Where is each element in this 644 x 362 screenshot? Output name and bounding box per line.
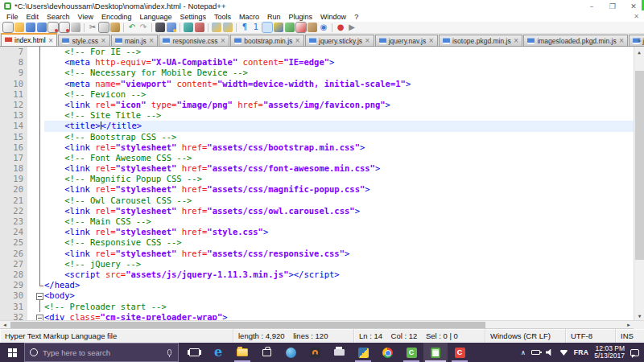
fold-marker-box[interactable] [35, 290, 44, 301]
menu-item-tools[interactable]: Tools [210, 13, 235, 21]
undo-icon[interactable]: ↶ [127, 23, 137, 32]
scroll-up-icon[interactable]: ▲ [634, 47, 644, 56]
horizontal-scroll-thumb[interactable] [10, 322, 485, 328]
taskbar-app-task-view[interactable] [182, 343, 206, 362]
taskbar-app-python[interactable] [351, 343, 375, 362]
cut-icon[interactable]: ✂ [88, 23, 97, 32]
save-icon[interactable] [26, 23, 35, 32]
save-all-icon[interactable] [37, 23, 47, 32]
taskbar-clock[interactable]: 12:03 PM 5/13/2017 [594, 345, 625, 360]
replace-icon[interactable] [167, 23, 176, 32]
doc-switcher-icon[interactable] [296, 23, 306, 32]
menu-item-settings[interactable]: Settings [176, 13, 211, 21]
fold-marker-corner[interactable] [35, 280, 44, 290]
tab-isotope.pkgd.min.js[interactable]: isotope.pkgd.min.js× [439, 35, 522, 46]
fold-marker-line[interactable] [35, 163, 44, 174]
menu-item-encoding[interactable]: Encoding [97, 13, 136, 21]
folder-as-workspace-icon[interactable] [308, 23, 317, 32]
doc-map-icon[interactable] [274, 23, 283, 32]
fold-marker-line[interactable] [35, 68, 44, 78]
close-all-docs-icon[interactable] [60, 23, 69, 32]
fold-marker-line[interactable] [35, 206, 44, 216]
fold-marker-line[interactable] [35, 259, 44, 269]
microphone-icon[interactable] [167, 349, 171, 356]
tab-style.css[interactable]: style.css× [58, 35, 109, 46]
tab-bootstrap.min.js[interactable]: bootstrap.min.js× [230, 35, 304, 46]
volume-icon[interactable] [546, 349, 554, 356]
menu-item-macro[interactable]: Macro [235, 13, 263, 21]
tab-jquery.nav.js[interactable]: jquery.nav.js× [375, 35, 438, 46]
maximize-button[interactable]: ❐ [602, 0, 623, 12]
fold-marker-line[interactable] [35, 121, 44, 131]
tab-responsive.css[interactable]: responsive.css× [159, 35, 229, 46]
bookmark-margin[interactable] [27, 47, 35, 320]
paste-icon[interactable] [110, 23, 120, 32]
indent-guide-icon[interactable]: 1 [251, 23, 261, 32]
redo-icon[interactable]: ↷ [138, 23, 148, 32]
tab-close-icon[interactable]: × [619, 37, 625, 44]
taskbar-app-chrome[interactable] [375, 343, 399, 362]
menu-item-file[interactable]: File [2, 13, 23, 21]
horizontal-scrollbar[interactable]: ◄ ► [0, 320, 644, 328]
fold-marker-line[interactable] [35, 79, 44, 89]
close-doc-icon[interactable] [48, 23, 58, 32]
wifi-icon[interactable] [559, 349, 568, 356]
tab-close-icon[interactable]: × [365, 37, 370, 44]
menu-item-search[interactable]: Search [43, 13, 74, 21]
fold-marker-box[interactable] [35, 312, 44, 320]
code-text-area[interactable]: <!-- For IE --> <meta http-equiv="X-UA-C… [44, 47, 634, 320]
scroll-down-icon[interactable]: ▼ [634, 311, 644, 320]
menu-item-run[interactable]: Run [263, 13, 285, 21]
fold-marker-line[interactable] [35, 195, 44, 206]
menu-item-window[interactable]: Window [316, 13, 350, 21]
menu-item-view[interactable]: View [74, 13, 97, 21]
taskbar-app-file-explorer[interactable] [230, 343, 254, 362]
tab-close-icon[interactable]: × [221, 37, 226, 44]
print-icon[interactable] [71, 23, 80, 32]
tab-close-icon[interactable]: × [295, 37, 300, 44]
fold-marker-line[interactable] [35, 249, 44, 259]
minimize-button[interactable]: – [581, 0, 602, 12]
fold-marker-line[interactable] [35, 142, 44, 153]
tray-overflow-chevron-icon[interactable]: ∧ [521, 349, 526, 356]
menu-item-edit[interactable]: Edit [23, 13, 43, 21]
menubar-close-doc-icon[interactable]: ✕ [634, 13, 639, 20]
sync-horizontal-icon[interactable] [223, 23, 233, 32]
playback-macro-icon[interactable]: ▶ [347, 23, 357, 32]
status-insert-mode[interactable]: INS [615, 329, 644, 343]
tab-jquery.sticky.js[interactable]: jquery.sticky.js× [305, 35, 374, 46]
tab-jquery.magnific-popup.min.js[interactable]: jquery.magnific-popup.min.js× [629, 35, 644, 46]
show-all-chars-icon[interactable]: ¶ [240, 23, 250, 32]
taskbar-app-camtasia-recorder[interactable]: C [448, 343, 472, 362]
record-macro-icon[interactable]: ● [336, 23, 345, 32]
open-folder-icon[interactable] [14, 23, 24, 32]
taskbar-app-camtasia[interactable]: C [399, 343, 423, 362]
tab-close-icon[interactable]: × [514, 37, 519, 44]
scroll-left-icon[interactable]: ◄ [0, 323, 10, 327]
taskbar-app-edge[interactable]: e [206, 343, 230, 362]
zoom-out-icon[interactable] [195, 23, 204, 32]
taskbar-app-sublime[interactable] [303, 343, 327, 362]
status-eol-format[interactable]: Windows (CR LF) [485, 329, 565, 343]
fold-marker-line[interactable] [35, 100, 44, 110]
word-wrap-icon[interactable] [262, 23, 272, 32]
fold-marker-line[interactable] [35, 184, 44, 195]
language-indicator[interactable]: FRA [574, 348, 588, 356]
fold-marker-line[interactable] [35, 57, 44, 68]
start-button[interactable] [0, 343, 24, 362]
fold-marker-line[interactable] [35, 153, 44, 163]
tab-close-icon[interactable]: × [428, 37, 434, 44]
tab-close-icon[interactable]: × [149, 37, 155, 44]
new-file-icon[interactable] [3, 23, 13, 32]
tab-main.js[interactable]: main.js× [111, 35, 159, 46]
fold-marker-line[interactable] [35, 47, 44, 57]
find-icon[interactable] [155, 23, 165, 32]
fold-marker-line[interactable] [35, 174, 44, 184]
taskbar-app-printer[interactable] [327, 343, 351, 362]
menu-item-language[interactable]: Language [135, 13, 175, 21]
action-center-icon[interactable] [630, 349, 639, 356]
tab-index.html[interactable]: index.html× [1, 33, 57, 46]
tab-close-icon[interactable]: × [48, 37, 54, 44]
vertical-scroll-thumb[interactable] [635, 71, 644, 260]
fold-marker-line[interactable] [35, 269, 44, 280]
